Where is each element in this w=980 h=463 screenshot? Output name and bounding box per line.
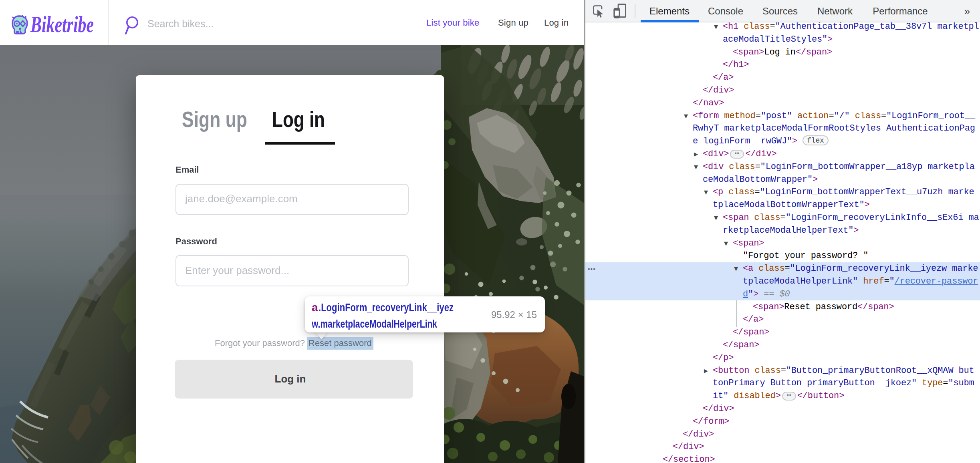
- svg-text:a: a: [312, 301, 318, 314]
- svg-text:.LoginForm_recoveryLink__iyez: .LoginForm_recoveryLink__iyez: [319, 301, 454, 314]
- svg-text:Sign up: Sign up: [182, 107, 247, 132]
- svg-text:w.marketplaceModalHelperLink: w.marketplaceModalHelperLink: [312, 318, 437, 330]
- svg-text:Log in: Log in: [272, 107, 325, 132]
- svg-text:Biketribe: Biketribe: [30, 12, 94, 36]
